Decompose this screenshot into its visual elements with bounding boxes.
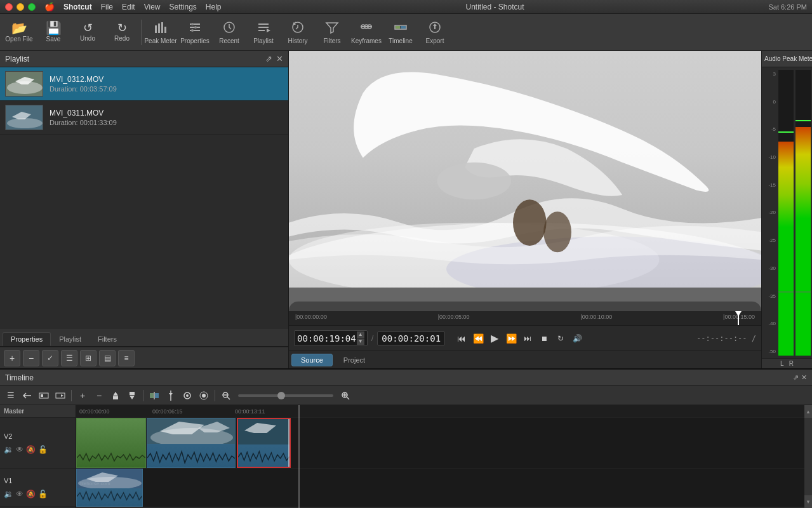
preview-scrubber[interactable]: |00:00:00:00 |00:00:05:00 |00:00:10:00 |… [289,311,761,325]
go-to-end-button[interactable]: ⏭ [520,331,535,346]
right-channel-meter [795,70,811,356]
playlist-duration-2: Duration: 00:01:33:09 [50,119,283,126]
playlist-item-2[interactable]: #2 MVI_0311.MOV Duration: 00:01:33:09 [0,101,288,135]
timeline-float-button[interactable]: ⇗ [793,373,799,382]
zoom-slider[interactable] [238,394,333,397]
tab-filters[interactable]: Filters [90,332,125,346]
timeline-ripple-button[interactable] [20,389,34,403]
timeline-close-button[interactable]: ✕ [801,373,807,382]
svg-rect-44 [41,394,43,397]
close-button[interactable] [5,3,13,11]
timeline-append-button[interactable]: + [76,389,90,403]
peak-meter-button[interactable]: Peak Meter [144,16,177,49]
v2-lock-icon[interactable]: 🔓 [38,445,48,454]
playlist-menu-button[interactable]: ≡ [118,350,135,366]
v1-track[interactable]: MVI_03 filehorse.com [76,469,804,507]
ruler-label-0: 00:00:00:00 [79,408,110,415]
timeline-scrub-button[interactable] [180,389,194,403]
playlist-add-button[interactable]: + [4,350,20,366]
menu-help[interactable]: Help [206,3,222,11]
v2-clip-active[interactable]: MVI_0312 [237,418,291,468]
undo-button[interactable]: ↺ Undo [71,16,104,49]
recent-button[interactable]: Recent [213,16,246,49]
v1-mute-icon[interactable]: 🔕 [26,490,36,498]
timecode-down[interactable]: ▼ [357,338,364,345]
video-canvas[interactable] [289,51,761,311]
redo-button[interactable]: ↻ Redo [105,16,138,49]
save-button[interactable]: 💾 Save [37,16,70,49]
timeline-scrollbar-vertical[interactable]: ▲ ▼ [804,405,812,508]
timeline-ripple-all-button[interactable] [197,389,211,403]
peak-meter-label: Peak Meter [144,37,176,44]
playlist-float-button[interactable]: ⇗ [265,54,272,64]
apple-menu[interactable]: 🍎 [44,2,55,11]
playlist-check-button[interactable]: ✓ [42,350,58,366]
go-to-start-button[interactable]: ⏮ [454,331,469,346]
v1-clip-1[interactable]: MVI_03 filehorse.com [76,469,143,507]
keyframes-button[interactable]: Keyframes [350,16,383,49]
svg-rect-42 [289,302,761,311]
v2-track[interactable]: MVI_0312 [76,418,804,469]
menu-file[interactable]: File [101,3,113,11]
playlist-button[interactable]: Playlist [247,16,280,49]
timecode-stepper[interactable]: ▲ ▼ [357,331,364,345]
zoom-in-button[interactable] [338,389,352,403]
timecode-display[interactable]: 00:00:19:04 [297,333,356,344]
audio-bars [778,70,811,356]
timeline-lift-clip-button[interactable] [109,389,123,403]
step-back-button[interactable]: ⏪ [470,331,486,346]
playlist-grid-button[interactable]: ⊞ [80,350,97,366]
play-button[interactable]: ▶ [487,331,502,346]
v1-lock-icon[interactable]: 🔓 [38,490,48,498]
playlist-close-button[interactable]: ✕ [276,54,283,64]
project-tab[interactable]: Project [334,354,375,366]
timeline-delete-button[interactable]: − [92,389,106,403]
source-tab[interactable]: Source [291,354,333,366]
svg-text:filehorse.com: filehorse.com [80,481,110,486]
v2-clip-blue-1[interactable]: MVI_0312 [147,418,236,468]
timeline-section: Timeline ⇗ ✕ ☰ + − [0,368,812,508]
menu-settings[interactable]: Settings [170,3,197,11]
volume-button[interactable]: 🔊 [569,331,585,346]
playlist-item-1[interactable]: #1 MVI_0312.MOV Duration: 00:03:57:09 [0,67,288,101]
tab-playlist[interactable]: Playlist [51,332,90,346]
timeline-split-button[interactable] [147,389,161,403]
filters-button[interactable]: Filters [316,16,349,49]
timecode-up[interactable]: ▲ [357,331,364,338]
timeline-snap-button[interactable] [164,389,178,403]
svg-marker-14 [267,29,270,32]
playlist-list-button[interactable]: ☰ [61,350,77,366]
export-button[interactable]: Export [418,16,451,49]
timeline-menu-button[interactable]: ☰ [4,389,18,403]
v2-mute-icon[interactable]: 🔕 [26,445,36,454]
history-button[interactable]: History [281,16,314,49]
v2-eye-icon[interactable]: 👁 [16,445,23,454]
playlist-icon [256,20,270,36]
zoom-out-button[interactable] [219,389,233,403]
v2-audio-icon[interactable]: 🔉 [4,445,13,454]
scale-3: 3 [764,71,776,77]
v2-clip-green[interactable] [76,418,146,468]
loop-button[interactable]: ↻ [553,331,568,346]
right-channel-fill [795,127,811,356]
timeline-overwrite-clip-button[interactable] [125,389,139,403]
save-label: Save [46,36,61,43]
properties-button[interactable]: Properties [178,16,211,49]
menu-view[interactable]: View [144,3,161,11]
timeline-overwrite-button[interactable] [53,389,67,403]
playlist-remove-button[interactable]: − [23,350,39,366]
open-file-button[interactable]: 📂 Open File [3,16,36,49]
maximize-button[interactable] [28,3,36,11]
timeline-lift-button[interactable] [37,389,51,403]
app-menu-shotcut[interactable]: Shotcut [63,3,92,11]
step-forward-button[interactable]: ⏩ [503,331,519,346]
toggle-button[interactable]: ⏹ [536,331,552,346]
v1-eye-icon[interactable]: 👁 [16,490,23,498]
menu-edit[interactable]: Edit [122,3,135,11]
playlist-detail-button[interactable]: ▤ [99,350,116,366]
timeline-button[interactable]: Timeline [384,16,417,49]
tab-properties[interactable]: Properties [3,332,51,346]
minimize-button[interactable] [17,3,24,11]
svg-marker-17 [326,23,338,33]
v1-audio-icon[interactable]: 🔉 [4,490,13,498]
